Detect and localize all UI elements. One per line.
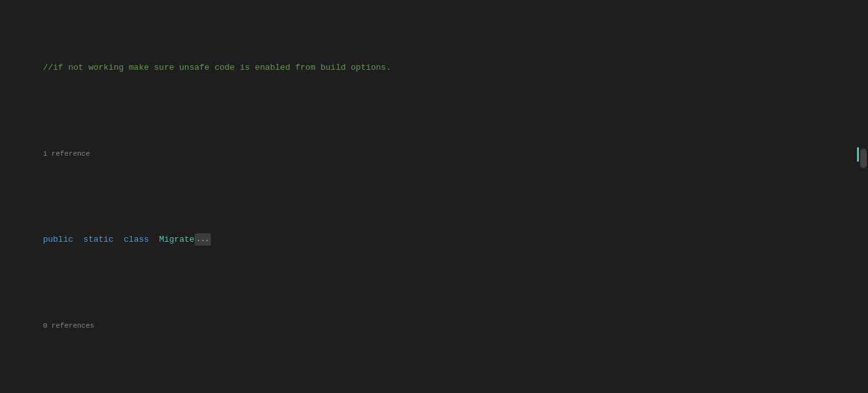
active-line-indicator — [857, 147, 859, 162]
line-2-ref: 1 reference — [0, 135, 868, 172]
code-content: //if not working make sure unsafe code i… — [0, 0, 868, 393]
scrollbar-track[interactable] — [859, 0, 868, 393]
line-4-ref: 0 references — [0, 307, 868, 344]
line-3-class: public static class Migrate... — [0, 221, 868, 258]
scrollbar-thumb[interactable] — [860, 149, 867, 168]
line-1: //if not working make sure unsafe code i… — [0, 49, 868, 86]
code-editor[interactable]: //if not working make sure unsafe code i… — [0, 0, 868, 393]
